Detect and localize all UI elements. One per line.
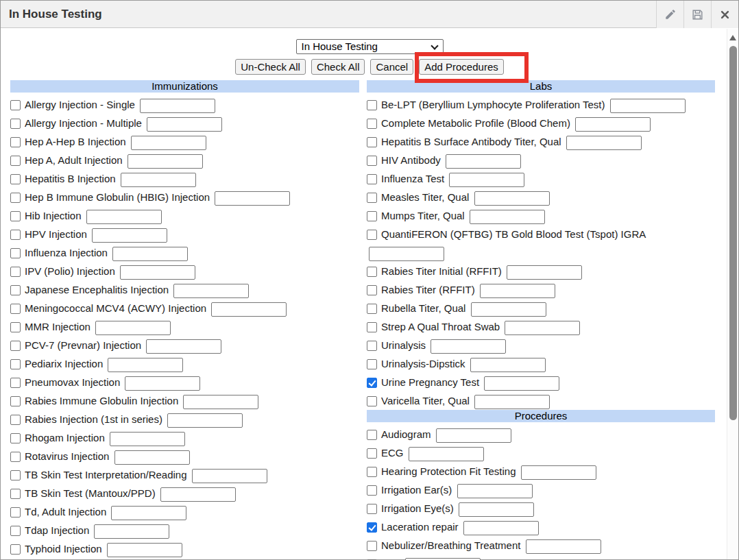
checkbox[interactable] [10, 267, 21, 277]
value-input[interactable] [470, 358, 546, 372]
value-input[interactable] [114, 450, 190, 465]
scrollbar-up-arrow-icon[interactable] [729, 35, 736, 40]
checkbox[interactable] [367, 359, 377, 369]
checkbox[interactable] [367, 137, 377, 147]
value-input[interactable] [409, 447, 484, 461]
value-input[interactable] [147, 117, 222, 132]
checkbox[interactable] [10, 415, 21, 425]
cancel-button[interactable]: Cancel [370, 59, 413, 75]
checkbox[interactable] [10, 137, 21, 147]
value-input[interactable] [436, 428, 511, 443]
checkbox[interactable] [10, 285, 21, 295]
checkbox[interactable] [367, 448, 377, 459]
value-input[interactable] [131, 136, 206, 150]
value-input[interactable] [111, 506, 186, 520]
value-input[interactable] [108, 358, 183, 372]
edit-button[interactable] [656, 1, 683, 28]
checkbox[interactable] [367, 174, 377, 184]
value-input[interactable] [505, 321, 580, 335]
value-input[interactable] [575, 117, 651, 132]
checkbox[interactable] [10, 378, 21, 388]
value-input[interactable] [112, 247, 188, 261]
value-input[interactable] [463, 521, 539, 535]
value-input[interactable] [128, 154, 203, 169]
checkbox[interactable] [367, 504, 377, 514]
checkbox[interactable] [10, 341, 21, 351]
checkbox[interactable] [367, 396, 377, 406]
checkbox[interactable] [10, 489, 21, 499]
value-input[interactable] [566, 136, 642, 150]
category-dropdown[interactable]: In House Testing [296, 39, 444, 54]
value-input[interactable] [173, 284, 249, 298]
value-input[interactable] [431, 339, 506, 354]
value-input[interactable] [521, 465, 596, 480]
value-input[interactable] [480, 284, 555, 298]
checkbox[interactable] [367, 211, 377, 221]
checkbox[interactable] [367, 322, 377, 332]
value-input[interactable] [86, 210, 162, 224]
value-input[interactable] [457, 484, 533, 498]
value-input[interactable] [474, 191, 550, 206]
value-input[interactable] [94, 524, 169, 539]
checkbox[interactable] [367, 230, 377, 240]
checkbox[interactable] [367, 156, 377, 166]
value-input[interactable] [183, 395, 258, 409]
un-check-all-button[interactable]: Un-Check All [235, 59, 306, 75]
value-input[interactable] [92, 228, 167, 243]
checkbox-checked[interactable] [367, 378, 377, 388]
value-input[interactable] [125, 376, 200, 391]
value-input[interactable] [470, 210, 545, 224]
checkbox-checked[interactable] [367, 522, 377, 533]
value-input[interactable] [526, 539, 601, 554]
checkbox[interactable] [10, 174, 21, 184]
close-button[interactable] [711, 1, 738, 28]
checkbox[interactable] [367, 285, 377, 295]
value-input[interactable] [211, 302, 287, 317]
vertical-scrollbar[interactable] [727, 29, 738, 559]
checkbox[interactable] [10, 100, 21, 110]
check-all-button[interactable]: Check All [311, 59, 365, 75]
checkbox[interactable] [10, 507, 21, 518]
value-input[interactable] [167, 413, 243, 428]
value-input[interactable] [474, 395, 550, 409]
checkbox[interactable] [10, 433, 21, 443]
checkbox[interactable] [367, 485, 377, 496]
value-input[interactable] [369, 247, 444, 261]
checkbox[interactable] [367, 100, 377, 110]
value-input[interactable] [449, 173, 524, 187]
checkbox[interactable] [10, 396, 21, 406]
checkbox[interactable] [367, 304, 377, 314]
value-input[interactable] [446, 154, 521, 169]
checkbox[interactable] [367, 467, 377, 477]
value-input[interactable] [146, 339, 221, 354]
checkbox[interactable] [10, 230, 21, 240]
value-input[interactable] [471, 302, 546, 317]
checkbox[interactable] [10, 304, 21, 314]
checkbox[interactable] [10, 452, 21, 462]
value-input[interactable] [507, 265, 582, 280]
checkbox[interactable] [10, 193, 21, 203]
value-input[interactable] [121, 173, 196, 187]
checkbox[interactable] [10, 322, 21, 332]
value-input[interactable] [610, 99, 686, 113]
checkbox[interactable] [10, 156, 21, 166]
checkbox[interactable] [367, 119, 377, 129]
checkbox[interactable] [10, 470, 21, 480]
checkbox[interactable] [367, 267, 377, 277]
value-input[interactable] [160, 487, 236, 502]
value-input[interactable] [405, 558, 481, 560]
value-input[interactable] [95, 321, 171, 335]
checkbox[interactable] [10, 248, 21, 258]
value-input[interactable] [484, 376, 559, 391]
value-input[interactable] [120, 265, 195, 280]
checkbox[interactable] [10, 359, 21, 369]
checkbox[interactable] [10, 544, 21, 555]
add-procedures-button[interactable]: Add Procedures [419, 59, 504, 75]
value-input[interactable] [140, 99, 215, 113]
checkbox[interactable] [10, 526, 21, 536]
checkbox[interactable] [367, 193, 377, 203]
checkbox[interactable] [10, 211, 21, 221]
checkbox[interactable] [367, 430, 377, 440]
checkbox[interactable] [10, 119, 21, 129]
value-input[interactable] [215, 191, 290, 206]
